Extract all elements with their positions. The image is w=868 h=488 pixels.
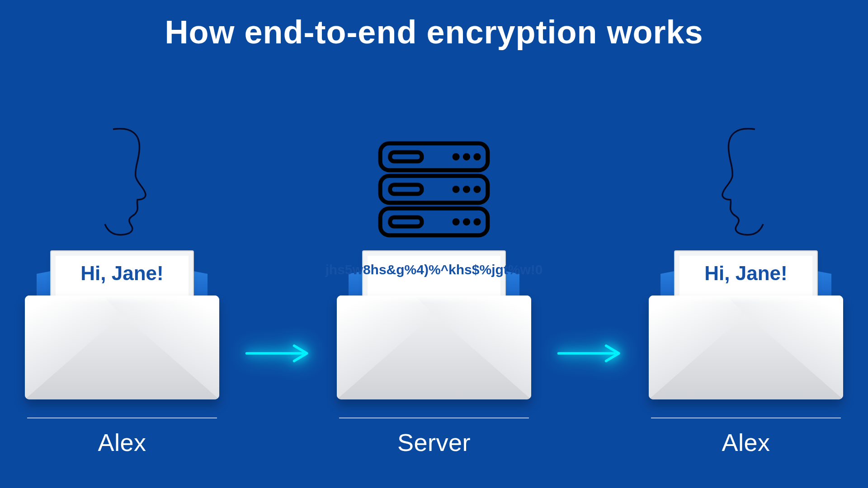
sender-message-text: Hi, Jane! <box>80 262 163 285</box>
diagram-stage: Hi, Jane! Alex <box>0 68 868 488</box>
arrow-right-icon <box>556 341 624 366</box>
envelope-body-icon <box>337 296 531 399</box>
svg-point-14 <box>463 218 470 225</box>
receiver-label: Alex <box>722 428 770 456</box>
svg-rect-11 <box>380 208 488 235</box>
svg-point-10 <box>473 186 481 193</box>
divider-line <box>339 418 529 418</box>
face-profile-icon <box>705 124 787 241</box>
svg-point-13 <box>453 218 460 225</box>
receiver-icon-slot <box>705 124 787 246</box>
server-column: jhs5w8hs&g%4)%^khs$%jgt%w!0 Server <box>326 124 542 456</box>
svg-rect-1 <box>380 143 488 170</box>
receiver-column: Hi, Jane! Alex <box>637 124 854 456</box>
divider-line <box>651 418 841 418</box>
server-icon-slot <box>373 124 495 246</box>
svg-point-15 <box>473 218 481 225</box>
svg-point-3 <box>453 153 460 160</box>
sender-envelope: Hi, Jane! <box>25 246 219 399</box>
arrow-right-icon <box>244 341 312 366</box>
envelope-body-icon <box>649 296 843 399</box>
svg-point-8 <box>453 186 460 193</box>
svg-rect-7 <box>390 185 422 194</box>
arrow-sender-to-server <box>244 341 312 456</box>
divider-line <box>27 418 217 418</box>
server-label: Server <box>397 428 471 456</box>
svg-point-5 <box>473 153 481 160</box>
envelope-body-icon <box>25 296 219 399</box>
face-profile-icon <box>81 124 163 241</box>
diagram-title: How end-to-end encryption works <box>0 14 868 51</box>
svg-rect-2 <box>390 152 422 161</box>
server-stack-icon <box>373 137 495 241</box>
sender-column: Hi, Jane! Alex <box>14 124 231 456</box>
server-envelope: jhs5w8hs&g%4)%^khs$%jgt%w!0 <box>337 246 531 399</box>
arrow-server-to-receiver <box>556 341 624 456</box>
svg-point-4 <box>463 153 470 160</box>
sender-icon-slot <box>81 124 163 246</box>
receiver-message-text: Hi, Jane! <box>704 262 787 285</box>
svg-point-9 <box>463 186 470 193</box>
svg-rect-6 <box>380 176 488 202</box>
svg-rect-12 <box>390 217 422 226</box>
receiver-envelope: Hi, Jane! <box>649 246 843 399</box>
sender-label: Alex <box>98 428 146 456</box>
server-cipher-text: jhs5w8hs&g%4)%^khs$%jgt%w!0 <box>322 262 547 278</box>
